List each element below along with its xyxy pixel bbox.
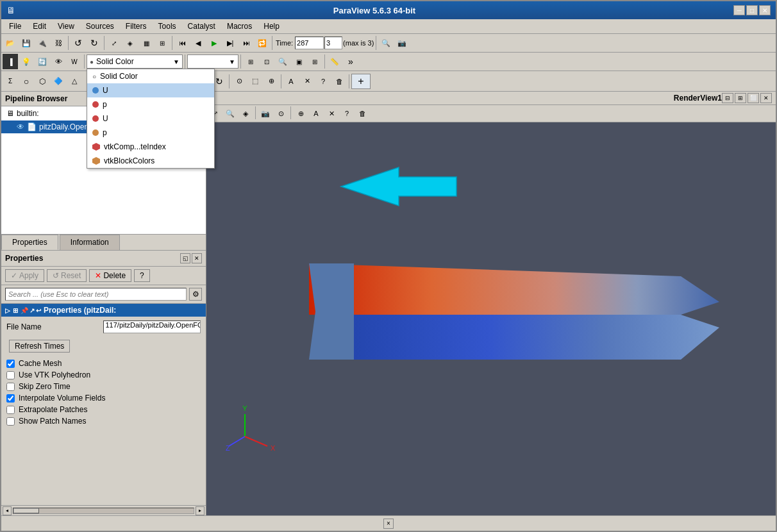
render-select-button[interactable]: ◈ <box>238 106 253 121</box>
disconnect-button[interactable]: ⛓ <box>51 35 66 51</box>
scroll-track-h[interactable] <box>13 508 194 514</box>
save-button[interactable]: 💾 <box>19 35 34 51</box>
pick-button[interactable]: ⊕ <box>263 74 279 89</box>
cube-button[interactable]: ⬡ <box>35 74 50 89</box>
search-input[interactable] <box>5 288 187 301</box>
use-vtk-checkbox[interactable] <box>6 371 15 379</box>
connect-button[interactable]: 🔌 <box>35 35 50 51</box>
render-view[interactable]: 1.0e+01 5 0.0e+00 U Magnitude <box>206 122 776 515</box>
extrapolate-checkbox[interactable] <box>6 406 15 414</box>
dropdown-vtk-block[interactable]: vtkBlockColors <box>87 154 214 168</box>
edit-legend-button[interactable]: ⊞ <box>307 54 322 69</box>
interact-button[interactable]: ⤢ <box>106 35 122 51</box>
menu-sources[interactable]: Sources <box>81 21 119 32</box>
summary-button[interactable]: Σ <box>3 74 18 89</box>
filename-value[interactable]: 117/pitzDaily/pitzDaily.OpenFOA <box>103 320 201 333</box>
scroll-right-button[interactable]: ▸ <box>196 506 205 515</box>
help-button[interactable]: ? <box>134 269 150 282</box>
render-pick-button[interactable]: ⊕ <box>294 106 308 121</box>
reset-display-button[interactable]: 🔄 <box>35 54 50 69</box>
prev-frame-button[interactable]: ◀ <box>190 35 206 51</box>
last-frame-button[interactable]: ⏭ <box>238 35 254 51</box>
menu-edit[interactable]: Edit <box>28 21 51 32</box>
menu-view[interactable]: View <box>53 21 79 32</box>
more-button[interactable]: » <box>343 54 358 69</box>
menu-file[interactable]: File <box>4 21 26 32</box>
annotate-button[interactable]: A <box>283 74 299 89</box>
skip-zero-checkbox[interactable] <box>6 383 15 391</box>
tab-properties[interactable]: Properties <box>1 235 58 250</box>
play-button[interactable]: ▶ <box>206 35 222 51</box>
show-patch-checkbox[interactable] <box>6 417 15 426</box>
render-zoom-button[interactable]: 🔍 <box>223 106 237 121</box>
screenshot-button[interactable]: 📷 <box>394 35 410 51</box>
rescale-button[interactable]: ⊞ <box>243 54 258 69</box>
render-help-button[interactable]: ? <box>340 106 354 121</box>
question-button[interactable]: ? <box>315 74 331 89</box>
maximize-button[interactable]: □ <box>746 5 758 15</box>
measure-button[interactable]: ✕ <box>299 74 315 89</box>
dropdown-solid-color[interactable]: ○ Solid Color <box>87 69 214 83</box>
rescale-custom-button[interactable]: ⊡ <box>259 54 274 69</box>
delete-render-button[interactable]: 🗑 <box>331 74 347 89</box>
frame-input[interactable] <box>324 37 342 49</box>
undo-button[interactable]: ↺ <box>71 35 86 51</box>
scroll-thumb-h[interactable] <box>13 508 39 513</box>
eye-button[interactable]: 👁 <box>51 54 66 69</box>
color-toggle-button[interactable]: ▐ <box>3 54 18 69</box>
add-tab-button[interactable]: + <box>351 74 371 89</box>
loop-button[interactable]: 🔁 <box>255 35 270 51</box>
dropdown-u-1[interactable]: U <box>87 83 214 97</box>
delete-button[interactable]: ✕ Delete <box>89 269 131 282</box>
reset-button[interactable]: ↺ Reset <box>47 269 87 282</box>
cylinder-button[interactable]: 🔷 <box>51 74 66 89</box>
menu-filters[interactable]: Filters <box>121 21 152 32</box>
apply-button[interactable]: ✓ Apply <box>5 269 44 282</box>
open-button[interactable]: 📂 <box>3 35 18 51</box>
render-annotate-button[interactable]: A <box>309 106 323 121</box>
render-close-button[interactable]: ✕ <box>760 93 772 103</box>
camera-link-button[interactable]: 🔍 <box>378 35 394 51</box>
select-button[interactable]: ◈ <box>122 35 138 51</box>
interpolate-checkbox[interactable] <box>6 394 15 403</box>
ruler-button[interactable]: 📏 <box>327 54 342 69</box>
select-cells-button[interactable]: ▦ <box>138 35 154 51</box>
section-icons-expand[interactable]: 📌 ↗ ↩ <box>21 307 41 314</box>
render-split-v-button[interactable]: ⊞ <box>735 93 746 103</box>
color-by-dropdown[interactable]: ● Solid Color ▼ <box>87 54 183 69</box>
zoom-fit-button[interactable]: 🔍 <box>275 54 290 69</box>
render-delete-button[interactable]: 🗑 <box>355 106 369 121</box>
zoom-reset-button[interactable]: ⊙ <box>231 74 247 89</box>
dropdown-p-2[interactable]: p <box>87 126 214 140</box>
cone-button[interactable]: △ <box>67 74 82 89</box>
props-shrink-button[interactable]: ◱ <box>180 253 190 263</box>
cache-mesh-checkbox[interactable] <box>6 360 15 368</box>
search-settings-button[interactable]: ⚙ <box>189 288 202 301</box>
light-button[interactable]: 💡 <box>19 54 34 69</box>
warp-button[interactable]: W <box>67 54 82 69</box>
menu-tools[interactable]: Tools <box>153 21 181 32</box>
render-max-button[interactable]: ⬜ <box>748 93 759 103</box>
dropdown-u-2[interactable]: U <box>87 112 214 126</box>
menu-macros[interactable]: Macros <box>222 21 257 32</box>
status-close-button[interactable]: × <box>383 519 394 529</box>
toggle-legend-button[interactable]: ▣ <box>291 54 306 69</box>
refresh-button[interactable]: Refresh Times <box>9 340 70 353</box>
props-close-button[interactable]: ✕ <box>192 253 202 263</box>
render-reset-camera[interactable]: ⊙ <box>274 106 288 121</box>
render-camera-button[interactable]: 📷 <box>258 106 272 121</box>
render-split-h-button[interactable]: ⊟ <box>722 93 733 103</box>
first-frame-button[interactable]: ⏮ <box>174 35 190 51</box>
time-input[interactable] <box>295 37 324 49</box>
tab-information[interactable]: Information <box>60 235 120 250</box>
minimize-button[interactable]: ─ <box>733 5 745 15</box>
menu-help[interactable]: Help <box>258 21 285 32</box>
dropdown-p-1[interactable]: p <box>87 97 214 112</box>
sphere-button[interactable]: ○ <box>19 74 34 89</box>
eye-visible-icon[interactable]: 👁 <box>17 122 24 131</box>
zoom-box-button[interactable]: ⬚ <box>247 74 263 89</box>
scroll-left-button[interactable]: ◂ <box>3 506 12 515</box>
render-measure-button[interactable]: ✕ <box>324 106 338 121</box>
color-map-dropdown[interactable]: ▼ <box>187 54 238 69</box>
dropdown-vtk-comp[interactable]: vtkComp...teIndex <box>87 140 214 154</box>
